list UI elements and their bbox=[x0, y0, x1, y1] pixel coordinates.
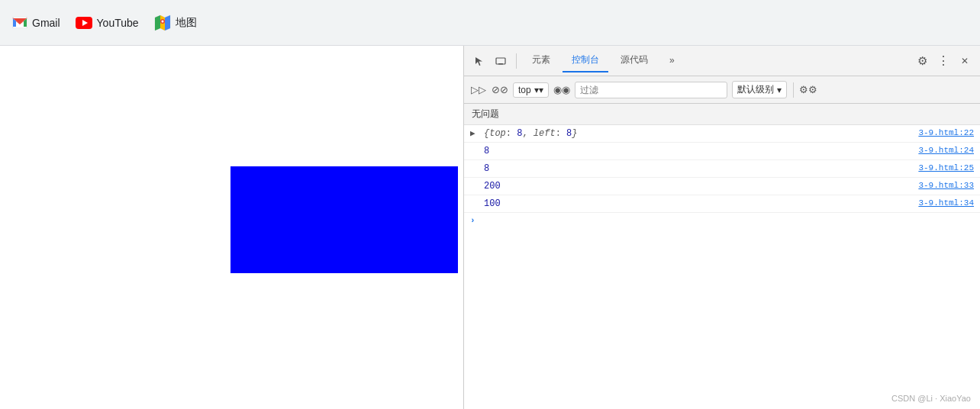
expand-arrow[interactable]: ▶ bbox=[470, 128, 479, 138]
console-value: 8 bbox=[484, 163, 906, 174]
svg-marker-4 bbox=[155, 15, 160, 31]
console-ban-btn[interactable]: ⊘ bbox=[492, 82, 508, 98]
console-value: 100 bbox=[484, 198, 906, 209]
separator-1 bbox=[516, 53, 517, 69]
console-value: 8 bbox=[484, 146, 906, 156]
console-prompt-row: › bbox=[464, 213, 980, 228]
dots-icon bbox=[937, 53, 949, 68]
ban-icon: ⊘ bbox=[492, 84, 508, 95]
svg-point-8 bbox=[161, 20, 163, 22]
context-selector[interactable]: top ▾ bbox=[513, 82, 549, 98]
devtools-toolbar: 元素 控制台 源代码 » bbox=[464, 46, 980, 76]
close-devtools-btn[interactable] bbox=[956, 52, 974, 70]
gmail-icon bbox=[12, 17, 27, 28]
console-location[interactable]: 3-9.html:22 bbox=[918, 128, 974, 137]
gear-icon bbox=[917, 54, 927, 68]
svg-rect-10 bbox=[498, 63, 503, 65]
device-toggle-btn[interactable] bbox=[492, 52, 510, 70]
youtube-icon bbox=[76, 17, 92, 29]
console-play-btn[interactable]: ▷ bbox=[470, 82, 487, 98]
browser-viewport bbox=[0, 46, 463, 409]
no-issues-bar: 无问题 bbox=[464, 104, 980, 125]
console-location[interactable]: 3-9.html:25 bbox=[918, 163, 974, 172]
maps-link[interactable]: 地图 bbox=[154, 14, 197, 31]
console-row: ▶ 100 3-9.html:34 bbox=[464, 195, 980, 213]
gmail-link[interactable]: Gmail bbox=[12, 17, 60, 29]
blue-rectangle bbox=[230, 166, 458, 273]
console-location[interactable]: 3-9.html:34 bbox=[918, 198, 974, 208]
tab-elements[interactable]: 元素 bbox=[523, 49, 559, 72]
console-output: ▶ {top: 8, left: 8} 3-9.html:22 ▶ 8 3-9.… bbox=[464, 125, 980, 409]
device-icon bbox=[495, 56, 506, 66]
watermark: CSDN @Li · XiaoYao bbox=[891, 394, 971, 403]
play-next-icon: ▷ bbox=[471, 84, 486, 95]
main-area: 元素 控制台 源代码 » ▷ bbox=[0, 46, 980, 409]
browser-top-bar: Gmail YouTube 地图 bbox=[0, 0, 980, 46]
console-value: 200 bbox=[484, 181, 906, 192]
log-level-label: 默认级别 bbox=[737, 83, 774, 96]
devtools-panel: 元素 控制台 源代码 » ▷ bbox=[463, 46, 980, 409]
tab-console[interactable]: 控制台 bbox=[563, 49, 608, 72]
console-chevron-icon: › bbox=[470, 216, 475, 225]
svg-marker-6 bbox=[165, 15, 170, 31]
tab-more[interactable]: » bbox=[660, 50, 684, 72]
cursor-icon bbox=[474, 56, 485, 66]
separator-2 bbox=[793, 82, 794, 98]
inspect-element-btn[interactable] bbox=[470, 52, 488, 70]
log-level-selector[interactable]: 默认级别 ▾ bbox=[732, 81, 787, 98]
maps-icon bbox=[154, 14, 171, 31]
console-row: ▶ 8 3-9.html:25 bbox=[464, 160, 980, 178]
console-row: ▶ 8 3-9.html:24 bbox=[464, 143, 980, 160]
console-toolbar: ▷ ⊘ top ▾ ◉ 默认级别 ▾ ⚙ bbox=[464, 76, 980, 104]
filter-input[interactable] bbox=[575, 82, 727, 98]
console-row: ▶ 200 3-9.html:33 bbox=[464, 178, 980, 195]
console-value: {top: 8, left: 8} bbox=[484, 128, 906, 139]
settings-btn[interactable] bbox=[913, 52, 931, 70]
no-issues-label: 无问题 bbox=[472, 108, 499, 121]
console-gear-icon: ⚙ bbox=[799, 84, 817, 95]
console-row: ▶ {top: 8, left: 8} 3-9.html:22 bbox=[464, 125, 980, 143]
log-level-chevron: ▾ bbox=[777, 85, 782, 95]
maps-label: 地图 bbox=[176, 16, 197, 30]
svg-rect-9 bbox=[496, 58, 505, 64]
console-location[interactable]: 3-9.html:24 bbox=[918, 146, 974, 155]
gmail-label: Gmail bbox=[32, 17, 60, 29]
youtube-link[interactable]: YouTube bbox=[76, 17, 139, 29]
tab-source[interactable]: 源代码 bbox=[611, 49, 657, 72]
youtube-label: YouTube bbox=[97, 17, 139, 29]
context-value: top bbox=[518, 85, 531, 95]
eye-icon: ◉ bbox=[553, 84, 570, 95]
chevron-down-icon: ▾ bbox=[534, 85, 543, 95]
console-settings-btn[interactable]: ⚙ bbox=[800, 82, 817, 98]
console-location[interactable]: 3-9.html:33 bbox=[918, 181, 974, 190]
more-options-btn[interactable] bbox=[934, 52, 953, 70]
close-icon bbox=[961, 56, 969, 66]
console-eye-btn[interactable]: ◉ bbox=[553, 82, 570, 98]
